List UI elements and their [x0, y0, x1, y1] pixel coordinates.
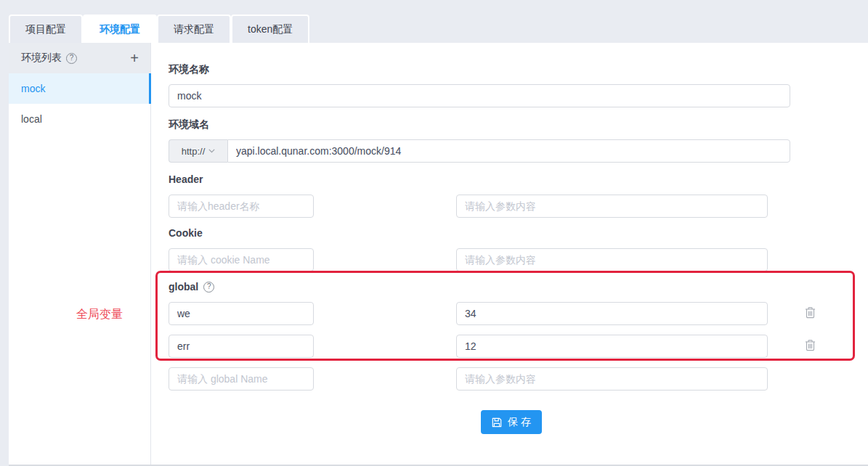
global-row-1: [169, 302, 868, 325]
protocol-value: http://: [182, 146, 206, 157]
env-name-label: 环境名称: [169, 63, 868, 75]
global-name-input[interactable]: [169, 367, 314, 391]
cookie-section-label: Cookie: [169, 227, 868, 239]
env-domain-label: 环境域名: [169, 118, 868, 130]
trash-icon: [804, 339, 816, 353]
env-name-input[interactable]: [169, 84, 790, 107]
header-section-label: Header: [169, 173, 868, 185]
environment-list-help-icon[interactable]: ?: [66, 53, 77, 64]
save-button[interactable]: 保 存: [481, 410, 542, 434]
add-environment-button[interactable]: +: [130, 51, 139, 65]
tab-request-config[interactable]: 请求配置: [157, 15, 231, 43]
tab-project-config[interactable]: 项目配置: [9, 15, 83, 43]
global-section-label: global ?: [169, 281, 868, 293]
global-row-empty: [169, 367, 868, 391]
cookie-name-input[interactable]: [169, 248, 314, 271]
sidebar-item-label: local: [21, 113, 42, 125]
tab-environment-config[interactable]: 环境配置: [83, 15, 157, 43]
global-value-input[interactable]: [456, 335, 768, 358]
environment-list-sidebar: 环境列表 ? + mock local: [9, 43, 151, 465]
save-row: 保 存: [169, 410, 868, 434]
cookie-value-input[interactable]: [456, 248, 768, 271]
environment-list-header: 环境列表 ? +: [9, 43, 150, 73]
protocol-select[interactable]: http://: [169, 139, 227, 163]
chevron-down-icon: [208, 149, 215, 153]
header-row: [169, 195, 868, 218]
save-button-label: 保 存: [508, 416, 531, 429]
global-row-2: [169, 335, 868, 358]
env-domain-row: http://: [169, 139, 790, 163]
global-value-input[interactable]: [456, 302, 768, 325]
save-icon: [492, 417, 502, 428]
global-name-input[interactable]: [169, 335, 314, 358]
tab-token-config[interactable]: token配置: [231, 15, 309, 43]
sidebar-item-mock[interactable]: mock: [9, 73, 150, 104]
config-tabbar: 项目配置 环境配置 请求配置 token配置: [0, 0, 868, 43]
global-value-input[interactable]: [456, 367, 768, 391]
sidebar-item-label: mock: [21, 83, 45, 94]
environment-list-title: 环境列表: [21, 52, 62, 65]
header-name-input[interactable]: [169, 195, 314, 218]
environment-form: 环境名称 环境域名 http:// Header Coo: [151, 43, 868, 465]
global-help-icon[interactable]: ?: [203, 282, 214, 293]
env-domain-input[interactable]: [227, 139, 790, 163]
global-name-input[interactable]: [169, 302, 314, 325]
cookie-row: [169, 248, 868, 271]
delete-global-row-button[interactable]: [804, 306, 816, 321]
trash-icon: [804, 306, 816, 321]
sidebar-item-local[interactable]: local: [9, 104, 150, 134]
delete-global-row-button[interactable]: [804, 339, 816, 353]
header-value-input[interactable]: [456, 195, 768, 218]
environment-config-panel: 环境列表 ? + mock local 环境名称 环境域名 http://: [9, 43, 868, 466]
